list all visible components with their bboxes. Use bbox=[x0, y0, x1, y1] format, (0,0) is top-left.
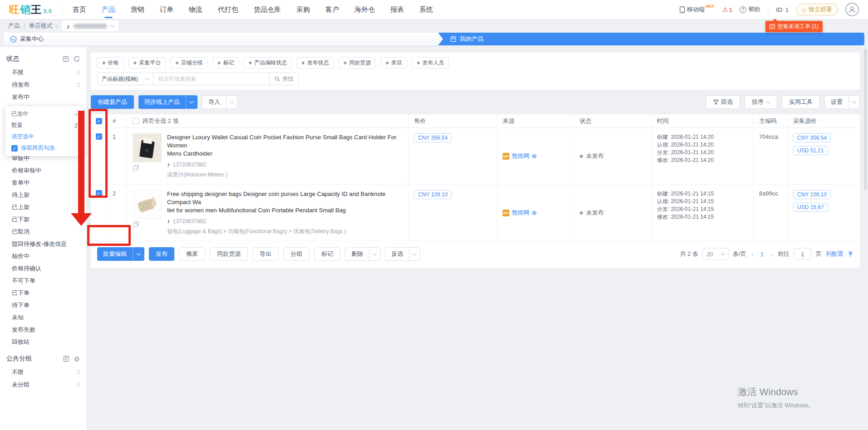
batch-action-button[interactable]: 同款货源 bbox=[210, 247, 248, 261]
settings-button[interactable]: 设置 bbox=[824, 95, 860, 109]
sidebar-group-item[interactable]: 不限 2 bbox=[0, 366, 86, 378]
popup-keep-selection[interactable]: ✓ 保留跨页勾选 bbox=[5, 142, 84, 154]
scrollbar-thumb[interactable] bbox=[864, 49, 867, 190]
circled-plus-icon[interactable]: ⊕ bbox=[532, 209, 537, 216]
sidebar-status-item[interactable]: 待下单 bbox=[0, 299, 86, 311]
sync-online-products-button[interactable]: 同步线上产品 bbox=[138, 95, 197, 109]
nav-menu-item[interactable]: 系统 bbox=[419, 0, 433, 19]
sidebar-status-item[interactable]: ▤ 待发布 2 bbox=[0, 78, 86, 91]
workorder-tooltip[interactable]: 您有未读工单 (1) bbox=[765, 21, 823, 32]
sidebar-status-item[interactable]: 价格待确认 bbox=[0, 262, 86, 274]
copy-icon[interactable] bbox=[133, 221, 139, 227]
nav-menu-item[interactable]: 代打包 bbox=[218, 0, 238, 19]
sidebar-status-item[interactable]: 已取消 bbox=[0, 225, 86, 238]
keep-selection-checkbox[interactable]: ✓ bbox=[11, 145, 18, 151]
sidebar-group-item[interactable]: 未分组 2 bbox=[0, 378, 86, 391]
tab-my-products[interactable]: 我的产品 bbox=[438, 33, 864, 45]
filter-chip[interactable]: + 产品编辑状态 bbox=[243, 57, 292, 68]
sidebar-status-item[interactable]: 核价中 bbox=[0, 250, 86, 262]
search-button[interactable]: 查找 bbox=[270, 73, 299, 85]
select-all-checkbox[interactable]: ✓ bbox=[96, 118, 102, 124]
copy-icon[interactable] bbox=[133, 165, 139, 171]
batch-action-button[interactable]: 分组 bbox=[283, 247, 310, 261]
back-to-top-icon[interactable] bbox=[848, 251, 853, 257]
create-product-button[interactable]: 创建新产品 bbox=[91, 95, 134, 109]
batch-edit-dropdown[interactable] bbox=[133, 247, 144, 261]
user-avatar[interactable] bbox=[845, 3, 859, 16]
tab-collect-center[interactable]: 采集中心 bbox=[4, 33, 438, 45]
shop-selector[interactable]: ♪ bbox=[61, 20, 119, 32]
filter-chip[interactable]: + 店铺分组 bbox=[170, 57, 208, 68]
help-link[interactable]: ? 帮助 bbox=[740, 5, 760, 14]
sidebar-status-item[interactable]: 价格审核中 bbox=[0, 164, 86, 176]
filter-chip[interactable]: + 标记 bbox=[212, 57, 239, 68]
sidebar-status-item[interactable]: 首单中 bbox=[0, 176, 86, 189]
source-link[interactable]: 敦煌网 bbox=[512, 209, 529, 217]
batch-edit-button[interactable]: 批量编辑 bbox=[97, 247, 144, 261]
mobile-app-link[interactable]: 移动端 HOT bbox=[680, 5, 715, 14]
batch-action-button[interactable]: 标记 bbox=[314, 247, 340, 261]
filter-button[interactable]: 筛选 bbox=[706, 95, 740, 109]
gear-icon[interactable]: ⚙ bbox=[74, 356, 80, 362]
settings-dropdown[interactable] bbox=[848, 96, 859, 108]
search-type-select[interactable]: 产品标题(模糊) bbox=[97, 73, 153, 85]
sidebar-status-item[interactable]: 已上架 bbox=[0, 201, 86, 213]
breadcrumb-level2[interactable]: 单店模式 bbox=[29, 22, 53, 30]
invert-dropdown[interactable] bbox=[409, 248, 420, 260]
column-config-link[interactable]: 列配置 bbox=[826, 250, 843, 258]
nav-menu-item[interactable]: 订单 bbox=[160, 0, 173, 19]
sidebar-status-item[interactable]: ✈ 发布中 bbox=[0, 91, 86, 103]
filter-chip[interactable]: + 采集平台 bbox=[128, 57, 166, 68]
nav-menu-item[interactable]: 营销 bbox=[131, 0, 144, 19]
nav-menu-item[interactable]: 产品 bbox=[102, 0, 115, 19]
source-link[interactable]: 敦煌网 bbox=[512, 152, 529, 160]
delete-dropdown[interactable] bbox=[369, 248, 380, 260]
nav-menu-item[interactable]: 首页 bbox=[73, 0, 86, 19]
popup-clear-selection[interactable]: 清空选中 bbox=[5, 131, 84, 142]
circled-plus-icon[interactable]: ⊕ bbox=[532, 152, 537, 160]
nav-menu-item[interactable]: 采购 bbox=[296, 0, 310, 19]
prev-page-button[interactable]: ‹ bbox=[750, 250, 755, 258]
next-page-button[interactable]: › bbox=[769, 250, 774, 258]
alert-indicator[interactable]: ⚠ 1 bbox=[722, 6, 732, 13]
batch-action-button[interactable]: 搬家 bbox=[179, 247, 205, 261]
sidebar-status-item[interactable]: 未知 bbox=[0, 311, 86, 323]
page-size-select[interactable]: 20 bbox=[702, 248, 729, 260]
sidebar-status-item[interactable]: 已下架 bbox=[0, 213, 86, 225]
nav-menu-item[interactable]: 报表 bbox=[390, 0, 404, 19]
current-page[interactable]: 1 bbox=[759, 251, 765, 258]
sidebar-status-item[interactable]: 待上架 bbox=[0, 189, 86, 201]
sidebar-status-item[interactable]: ♲ 回收站 bbox=[0, 336, 86, 348]
nav-menu-item[interactable]: 海外仓 bbox=[355, 0, 375, 19]
row-checkbox[interactable]: ✓ bbox=[96, 190, 102, 196]
nav-menu-item[interactable]: 货品仓库 bbox=[254, 0, 281, 19]
import-button[interactable]: 导入 bbox=[202, 95, 237, 109]
breadcrumb-level1[interactable]: 产品 bbox=[8, 22, 20, 30]
nav-menu-item[interactable]: 物流 bbox=[189, 0, 202, 19]
popup-selected-item[interactable]: 已选中 » bbox=[5, 108, 84, 120]
goto-page-input[interactable] bbox=[794, 248, 812, 260]
product-image[interactable] bbox=[133, 190, 162, 219]
batch-action-button[interactable]: 导出 bbox=[252, 247, 279, 261]
notes-icon[interactable] bbox=[63, 356, 69, 362]
filter-chip[interactable]: + 发布人员 bbox=[412, 57, 449, 68]
row-checkbox[interactable]: ✓ bbox=[96, 133, 102, 140]
cross-page-select-checkbox[interactable] bbox=[133, 118, 139, 124]
product-image[interactable] bbox=[133, 133, 162, 162]
invert-selection-button[interactable]: 反选 bbox=[385, 247, 420, 261]
sidebar-status-item[interactable]: 已下单 bbox=[0, 287, 86, 299]
utilities-button[interactable]: 实用工具 bbox=[782, 95, 820, 109]
filter-chip[interactable]: + 类目 bbox=[380, 57, 407, 68]
filter-chip[interactable]: + 同款货源 bbox=[339, 57, 376, 68]
search-input[interactable] bbox=[153, 73, 270, 85]
publish-button[interactable]: 发布 bbox=[149, 247, 174, 261]
notes-icon[interactable] bbox=[63, 56, 69, 62]
deploy-button[interactable]: ◇ 独立部署 bbox=[796, 4, 838, 15]
sort-button[interactable]: 排序 bbox=[745, 95, 777, 109]
sidebar-status-item[interactable]: 驳回待修改-修改信息 bbox=[0, 238, 86, 250]
delete-button[interactable]: 删除 bbox=[345, 247, 380, 261]
sync-dropdown[interactable] bbox=[186, 95, 197, 109]
import-dropdown[interactable] bbox=[226, 96, 237, 108]
sidebar-status-item[interactable]: 不限 2 bbox=[0, 66, 86, 78]
refresh-icon[interactable] bbox=[74, 56, 80, 62]
